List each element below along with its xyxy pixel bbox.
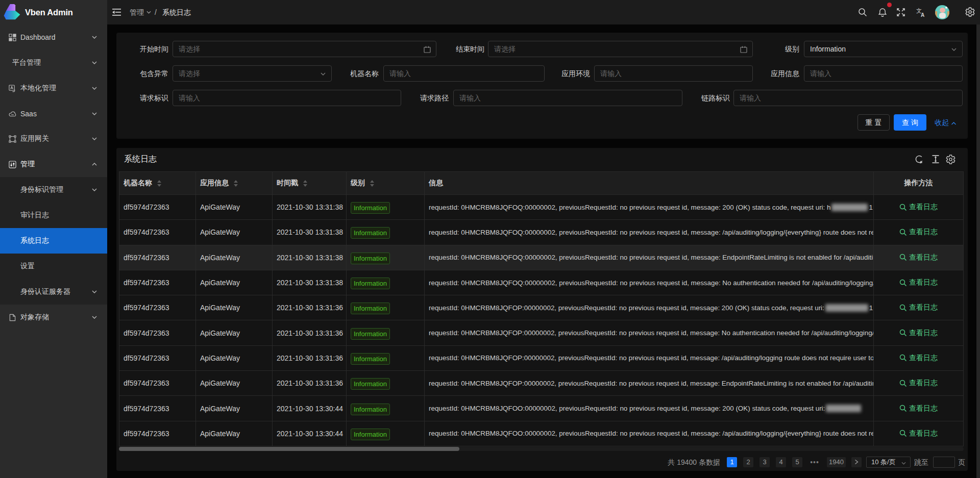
svg-text:A: A — [921, 12, 924, 17]
